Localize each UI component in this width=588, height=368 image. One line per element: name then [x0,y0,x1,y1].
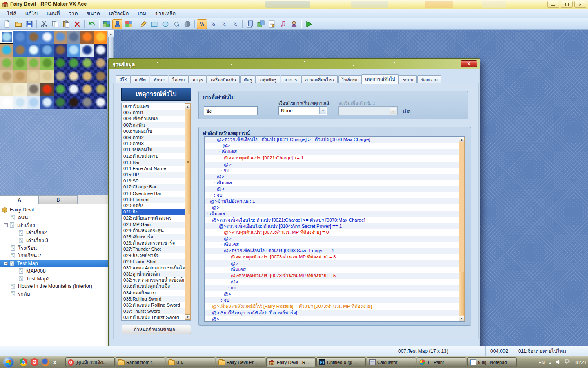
zoom-1-4-button[interactable]: ¼ [219,19,229,29]
tree-item-3[interactable]: เล่าเรื่อง2 [0,229,114,237]
volume-icon[interactable] [555,359,561,366]
palette-tile-0[interactable] [0,31,13,44]
common-event-021[interactable]: 021:ยิง [122,209,185,215]
code-line-4[interactable]: @>ควบคุมตัวแปร: [0021:Charge] += 1 [205,155,459,161]
menu-item-7[interactable]: ช่วยเหลือ [151,9,180,18]
palette-tile-9[interactable] [13,44,27,57]
code-line-19[interactable]: @>ตรวจเช็คเงื่อนไข: ตัวแปร [0093:Save En… [205,248,459,254]
code-line-1[interactable]: @>ตรวจเช็คเงื่อนไข: ตัวแปร [0021:Charge]… [205,137,459,143]
tree-item-0[interactable]: Fairy Devil [0,206,114,214]
common-event-015[interactable]: 015:HP [122,172,185,178]
common-event-012[interactable]: 012:ตำแหน่งดาบ [122,153,185,159]
tree-expander[interactable]: − [4,223,8,227]
change-maximum-button[interactable]: กำหนดจำนวนข้อมูล... [122,325,191,334]
common-event-036[interactable]: 036:ตำแหน่ง Rolling Sword [122,302,185,308]
code-line-2[interactable]: @> [205,143,459,149]
copy-button[interactable] [50,19,60,29]
tree-item-4[interactable]: เล่าเรื่อง 3 [0,237,114,245]
palette-tile-16[interactable] [0,57,13,70]
region-mode-button[interactable] [123,19,134,29]
palette-tile-24[interactable] [0,70,13,83]
common-event-024[interactable]: 024:ตำแหน่งกระสุน [122,228,185,234]
palette-tile-43[interactable] [40,96,54,109]
start-button[interactable] [3,357,14,368]
palette-tile-31[interactable] [94,70,107,83]
palette-tile-44[interactable] [54,96,67,109]
scroll-down-icon[interactable]: ▼ [459,316,464,321]
taskbar-task-8[interactable]: ธาตุ - Notepad [467,357,517,367]
common-event-031[interactable]: 031:ลูกน้ำแข็งเล็ก [122,271,185,277]
paste-button[interactable] [61,19,71,29]
palette-tab-b[interactable]: B [39,195,78,204]
clock[interactable]: 18:21 [575,360,586,365]
cut-button[interactable] [39,19,49,29]
palette-tile-14[interactable] [80,44,94,57]
taskbar-task-6[interactable]: Calculator [367,357,416,367]
tree-item-5[interactable]: โรงเรียน [0,244,114,252]
code-line-13[interactable]: : เพิ่มเคส [205,211,459,217]
taskbar-task-3[interactable]: Fairy Devil Pr... [216,357,265,367]
code-line-21[interactable]: @> [205,260,459,267]
palette-tile-47[interactable] [94,96,107,109]
scroll-down-icon[interactable]: ▼ [185,314,190,320]
code-line-28[interactable]: @>เพิ่ม/ลดพลังเวทย์ฮีโร่: [Fairy Rozalia… [205,303,459,310]
code-line-14[interactable]: @>ตรวจเช็คเงื่อนไข: ตัวแปร [0021:Charge]… [205,217,459,223]
taskbar-task-7[interactable]: 1 - Paint [417,357,466,367]
menu-item-5[interactable]: เครื่องมือ [105,9,134,18]
common-event-023[interactable]: 023:MP Gain [122,222,185,228]
palette-tile-4[interactable] [54,31,67,44]
tree-item-9[interactable]: Test Map2 [0,275,114,283]
common-events-scrollbar[interactable]: ▲ ▼ [185,103,191,320]
common-event-018[interactable]: 018:Overdrive Bar [122,191,185,197]
zoom-1-2-button[interactable]: ½ [208,19,218,29]
scroll-up-icon[interactable]: ▲ [185,104,190,109]
palette-tile-46[interactable] [80,96,94,109]
common-event-013[interactable]: 013:Bar [122,159,185,166]
trigger-condition-select[interactable]: None ▼ [278,106,327,115]
palette-tile-13[interactable] [67,44,80,57]
common-event-014[interactable]: 014:Face And Name [122,166,185,172]
palette-tile-38[interactable] [80,83,94,96]
common-event-011[interactable]: 011:จบคอมโบ [122,147,185,153]
code-line-27[interactable]: : จบ [205,297,459,303]
tree-item-1[interactable]: ถนน [0,214,114,222]
code-line-18[interactable]: : เพิ่มเคส [205,242,459,248]
menu-item-3[interactable]: วาด [64,9,82,18]
menu-item-1[interactable]: แก้ไข [21,9,42,18]
open-project-button[interactable] [13,19,23,29]
delete-button[interactable] [72,19,82,29]
common-event-019[interactable]: 019:Element [122,197,185,203]
close-button[interactable]: × [574,1,586,8]
rectangle-tool-button[interactable] [149,19,159,29]
taskbar-task-5[interactable]: PsUntitled-9 @ ... [316,357,366,367]
tray-expand-icon[interactable]: ▲ [548,361,552,364]
code-line-22[interactable]: : เพิ่มเคส [205,267,459,273]
common-event-028[interactable]: 028:ยิงเวทย์ชาร์จ [122,253,185,259]
palette-tile-27[interactable] [40,70,54,83]
code-line-7[interactable]: @> [205,174,459,180]
minimize-button[interactable] [547,1,559,8]
code-line-6[interactable]: : จบ [205,168,459,174]
palette-tile-10[interactable] [27,44,40,57]
database-button[interactable] [245,19,255,29]
code-line-26[interactable]: @> [205,291,459,297]
save-project-button[interactable] [24,19,34,29]
palette-tile-7[interactable] [94,31,107,44]
chrome-icon[interactable] [20,358,27,366]
code-line-25[interactable]: : จบ [205,285,459,291]
chevron-right-icon[interactable]: » [53,359,56,365]
palette-tile-29[interactable] [67,70,80,83]
menu-item-0[interactable]: ไฟล์ [2,9,21,18]
event-mode-button[interactable] [112,19,122,29]
common-event-016[interactable]: 016:SP [122,178,185,184]
palette-tile-6[interactable] [80,31,94,44]
tree-item-2[interactable]: −เล่าเรื่อง [0,221,114,229]
dialog-close-button[interactable]: X [461,60,477,67]
menu-item-2[interactable]: แผนที่ [42,9,64,18]
common-event-029[interactable]: 029:Flame Shot [122,259,185,265]
palette-tile-21[interactable] [67,57,80,70]
resource-manager-button[interactable] [256,19,266,29]
zoom-1-8-button[interactable]: ⅛ [230,19,240,29]
palette-tile-25[interactable] [13,70,27,83]
command-list-scrollbar[interactable]: ▲ ▼ [459,137,465,321]
